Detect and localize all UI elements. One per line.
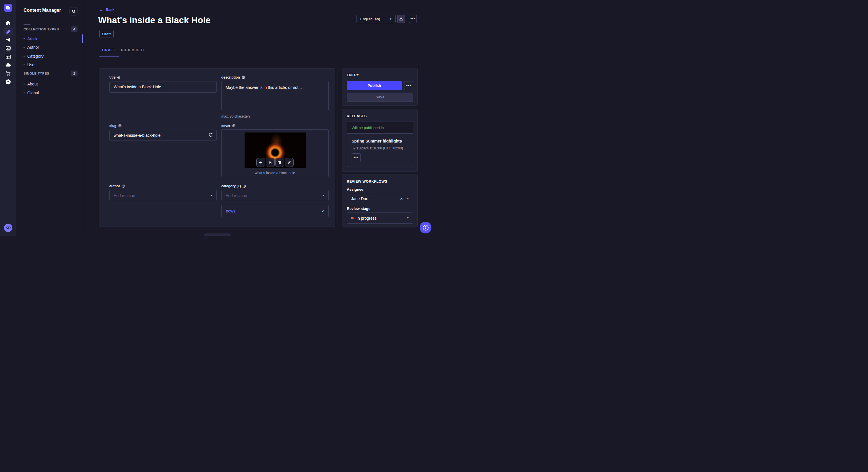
review-stage-label: Review stage [347, 206, 370, 211]
sidebar-item-label: Global [27, 91, 39, 95]
close-icon: × [400, 196, 403, 201]
release-card: Will be published in Spring Summer highl… [347, 122, 413, 167]
plus-icon [259, 161, 262, 164]
tab-draft[interactable]: DRAFT [99, 46, 119, 57]
content-type-builder-icon[interactable] [5, 54, 11, 60]
chevron-down-icon: ▼ [390, 18, 392, 20]
refresh-icon [208, 133, 213, 137]
active-item-indicator [82, 34, 83, 43]
sidebar-item-category[interactable]: Category [24, 53, 81, 59]
stage-status-dot [351, 217, 353, 220]
collapsed-component-peek [204, 233, 231, 236]
sidebar-item-global[interactable]: Global [24, 90, 81, 96]
settings-gear-icon[interactable] [5, 78, 11, 85]
author-field-label: author [110, 184, 125, 188]
review-stage-select[interactable]: In progress ▼ [347, 212, 413, 224]
sidebar-item-label: About [27, 82, 38, 86]
strapi-logo[interactable] [4, 4, 12, 12]
sidebar-item-article[interactable]: Article [24, 36, 81, 42]
divider [24, 24, 30, 25]
category-field-label: category (1) [221, 184, 246, 188]
i18n-globe-icon [243, 184, 246, 188]
pencil-icon [287, 161, 291, 164]
i18n-globe-icon [232, 124, 236, 128]
releases-panel: RELEASES Will be published in Spring Sum… [342, 109, 417, 172]
description-field-label: description [221, 75, 245, 79]
category-placeholder: Add relation [226, 193, 247, 198]
ellipsis-icon: ••• [353, 156, 359, 160]
releases-panel-heading: RELEASES [347, 114, 367, 118]
regenerate-slug-button[interactable] [208, 132, 214, 138]
search-icon [72, 9, 76, 13]
category-relation-item: news × [221, 205, 329, 217]
bullet-icon [24, 64, 25, 65]
back-label: Back [105, 7, 115, 12]
relation-news-link[interactable]: news [226, 209, 236, 213]
assignee-value: Jane Doe [351, 196, 400, 201]
cover-edit-button[interactable] [285, 158, 293, 167]
releases-icon[interactable] [5, 37, 11, 43]
ellipsis-icon: ••• [406, 83, 411, 88]
header-more-button[interactable]: ••• [409, 14, 417, 23]
content-manager-icon[interactable] [5, 28, 11, 34]
remove-relation-button[interactable]: × [321, 209, 324, 213]
review-workflows-heading: REVIEW WORKFLOWS [347, 179, 388, 183]
deploy-cloud-icon[interactable] [5, 62, 11, 68]
sidebar-item-user[interactable]: User [24, 62, 81, 68]
locale-value: English (en) [360, 17, 380, 21]
author-placeholder: Add relation [114, 193, 135, 198]
i18n-globe-icon [242, 76, 245, 79]
locale-select[interactable]: English (en) ▼ [356, 14, 396, 23]
collection-types-label: COLLECTION TYPES [24, 28, 59, 31]
sidebar-item-about[interactable]: About [24, 81, 81, 87]
cover-delete-button[interactable] [275, 158, 284, 167]
cover-caption: what-s-inside-a-black-hole [222, 171, 329, 175]
cover-add-button[interactable] [256, 158, 265, 167]
i18n-globe-icon [117, 76, 121, 79]
chevron-down-icon: ▼ [407, 217, 409, 220]
strapi-app: KD Content Manager COLLECTION TYPES 4 Ar… [0, 0, 434, 236]
help-button[interactable]: ? [420, 222, 431, 233]
sidebar-item-label: User [27, 63, 36, 67]
subnav-title: Content Manager [24, 8, 61, 13]
sidebar-item-author[interactable]: Author [24, 44, 81, 50]
collection-types-count: 4 [71, 26, 78, 32]
strapi-logo-icon [6, 5, 10, 10]
bullet-icon [24, 83, 25, 85]
assignee-label: Assignee [347, 187, 363, 192]
cover-copy-link-button[interactable] [266, 158, 275, 167]
back-link[interactable]: ← Back [99, 7, 115, 12]
stage-value: In progress [356, 216, 407, 221]
chevron-down-icon: ▼ [210, 194, 212, 197]
version-tabs: DRAFT PUBLISHED [99, 46, 144, 57]
media-library-icon[interactable] [5, 45, 11, 51]
slug-field-label: slug [110, 124, 122, 128]
assignee-select[interactable]: Jane Doe × ▼ [347, 193, 413, 204]
rail-header [0, 0, 17, 16]
ellipsis-icon: ••• [410, 16, 415, 21]
author-relation-select[interactable]: Add relation ▼ [110, 190, 217, 201]
home-icon[interactable] [5, 20, 11, 26]
entry-panel: ENTRY Publish ••• Save [342, 68, 417, 106]
entry-more-button[interactable]: ••• [404, 81, 413, 90]
title-input[interactable] [110, 81, 217, 93]
category-relation-select[interactable]: Add relation ▼ [221, 190, 329, 201]
user-avatar[interactable]: KD [4, 224, 12, 232]
entry-form-card: title description Maybe the answer is in… [99, 68, 335, 227]
slug-input[interactable] [110, 130, 217, 141]
back-arrow-icon: ← [99, 8, 103, 12]
bullet-icon [24, 38, 25, 39]
export-button[interactable] [397, 14, 405, 23]
save-button[interactable]: Save [347, 93, 413, 102]
cover-field: what-s-inside-a-black-hole [221, 129, 329, 177]
tab-published[interactable]: PUBLISHED [121, 46, 144, 57]
slug-field [110, 130, 217, 141]
clear-assignee-button[interactable]: × [400, 196, 403, 201]
single-types-count: 2 [71, 71, 78, 76]
content-manager-subnav: Content Manager COLLECTION TYPES 4 Artic… [17, 0, 83, 236]
publish-button[interactable]: Publish [347, 81, 402, 90]
search-button[interactable] [69, 7, 78, 15]
release-more-button[interactable]: ••• [352, 154, 361, 162]
marketplace-cart-icon[interactable] [5, 71, 11, 76]
description-textarea[interactable]: Maybe the answer is in this article, or … [221, 81, 329, 111]
